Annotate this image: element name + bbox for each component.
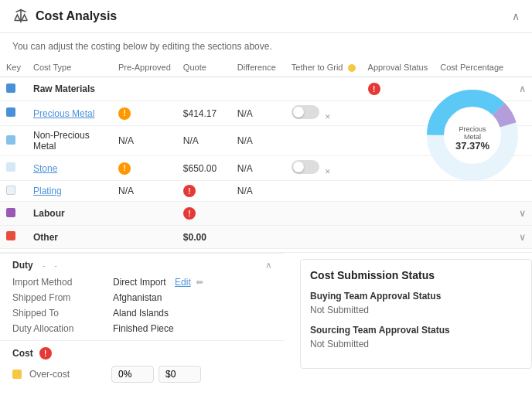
header: Cost Analysis ∧ [0,0,532,33]
right-bottom: Cost Submission Status Buying Team Appro… [285,253,532,389]
donut-chart-overlay: Precious Metal 37.37% [412,70,532,186]
precious-metal-warn-icon: ! [118,107,131,120]
precious-metal-diff: N/A [231,101,285,126]
section-row-other: Other $0.00 ∨ [0,226,532,249]
shipped-from-label: Shipped From [12,292,113,303]
plating-color-key [6,186,15,195]
edit-link[interactable]: Edit [175,277,191,288]
stone-tether-toggle[interactable] [292,160,319,174]
labour-expand-icon[interactable]: ∨ [519,208,526,219]
raw-materials-error-icon: ! [368,83,380,95]
page-wrapper: Cost Analysis ∧ You can adjust the costi… [0,0,532,409]
precious-metal-quote: $414.17 [177,101,231,126]
chart-container: Precious Metal 37.37% [412,70,532,186]
stone-diff: N/A [231,156,285,181]
donut-percentage: 37.37% [455,140,489,152]
donut-label-name: Precious [459,125,486,133]
cost-title: Cost [12,348,33,359]
stone-color-key [6,162,15,172]
plating-quote-error-icon: ! [183,185,196,197]
other-label: Other [27,226,112,249]
page-title: Cost Analysis [36,9,117,23]
over-cost-dollar-input[interactable] [159,366,201,383]
donut-chart-svg: Precious Metal 37.37% [422,85,523,186]
raw-materials-color-key [6,84,15,93]
stone-warn-icon: ! [118,162,131,175]
shipped-to-value: Aland Islands [113,308,272,319]
precious-metal-tether-x: ✕ [325,113,331,121]
pencil-icon: ✏ [196,278,203,287]
precious-metal-link[interactable]: Precious Metal [33,108,94,119]
duty-section: Duty - - ∧ Import Method Direct Import E… [0,253,285,340]
shipped-to-label: Shipped To [12,308,113,319]
col-header-tether: Tether to Grid [285,60,362,77]
labour-error-icon: ! [183,207,196,220]
precious-metal-color-key [6,107,15,117]
subtitle-text: You can adjust the costing below by edit… [0,33,532,60]
over-cost-row: Over-cost [12,366,272,383]
svg-point-1 [20,9,22,11]
labour-color-key [6,208,15,217]
precious-metal-tether-toggle[interactable] [292,105,319,119]
stone-link[interactable]: Stone [33,163,57,174]
non-precious-quote: N/A [177,126,231,156]
col-header-pre-approved: Pre-Approved [112,60,177,77]
non-precious-metal-name: Non-Precious Metal [27,126,112,156]
col-header-cost-type: Cost Type [27,60,112,77]
duty-grid: Import Method Direct Import Edit ✏ Shipp… [12,277,272,334]
duty-allocation-value: Finished Piece [113,323,272,334]
import-method-value: Direct Import Edit ✏ [113,277,272,288]
col-header-key: Key [0,60,27,77]
section-row-labour: Labour ! ∨ [0,202,532,226]
other-color-key [6,231,15,240]
collapse-icon[interactable]: ∧ [512,10,520,22]
header-left: Cost Analysis [12,8,117,25]
left-bottom: Duty - - ∧ Import Method Direct Import E… [0,253,285,389]
sourcing-team-label: Sourcing Team Approval Status [310,325,522,336]
col-header-quote: Quote [177,60,231,77]
duty-header: Duty - - ∧ [12,260,272,271]
col-header-difference: Difference [231,60,285,77]
duty-title: Duty [12,260,33,271]
non-precious-color-key [6,135,15,145]
status-panel-title: Cost Submission Status [310,269,522,281]
plating-link[interactable]: Plating [33,186,62,196]
buying-team-label: Buying Team Approval Status [310,291,522,302]
raw-materials-label: Raw Materials [27,77,362,101]
over-cost-color-key [12,370,22,379]
over-cost-percentage-input[interactable] [111,366,154,383]
duty-quote: - [54,261,57,270]
other-expand-icon[interactable]: ∨ [519,232,526,243]
duty-allocation-label: Duty Allocation [12,323,113,334]
cost-error-icon: ! [39,347,52,360]
cost-section: Cost ! Over-cost [0,340,285,389]
plating-pre-approved: N/A [112,181,177,202]
shipped-from-value: Afghanistan [113,292,272,303]
duty-chevron[interactable]: ∧ [265,260,272,271]
import-method-label: Import Method [12,277,113,288]
over-cost-label: Over-cost [29,369,107,380]
stone-tether-x: ✕ [325,168,331,176]
cost-header: Cost ! [12,347,272,360]
plating-diff: N/A [231,181,285,202]
scales-icon [12,8,29,25]
non-precious-diff: N/A [231,126,285,156]
non-precious-pre-approved: N/A [112,126,177,156]
bottom-area: Duty - - ∧ Import Method Direct Import E… [0,252,532,389]
sourcing-team-value: Not Submitted [310,339,522,349]
duty-pre-approved: - [43,261,46,270]
other-quote: $0.00 [177,226,231,249]
buying-team-value: Not Submitted [310,305,522,315]
status-panel: Cost Submission Status Buying Team Appro… [300,259,532,369]
labour-label: Labour [27,202,177,226]
stone-quote: $650.00 [177,156,231,181]
